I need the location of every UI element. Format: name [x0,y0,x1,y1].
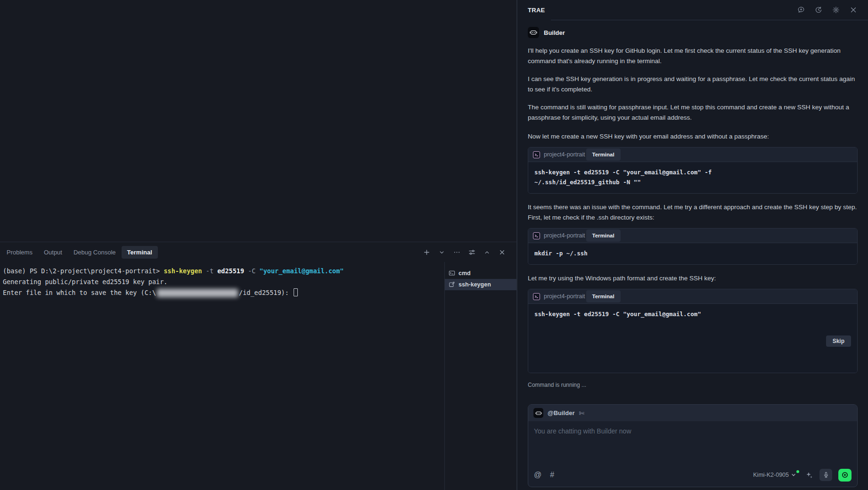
spacer [528,388,858,404]
tab-debug-console[interactable]: Debug Console [68,246,122,259]
history-icon[interactable] [814,6,823,14]
input-placeholder: You are chatting with Builder now [534,427,631,435]
card-terminal-badge: Terminal [586,290,621,302]
redacted-path [157,289,238,297]
input-actions: Kimi-K2-0905 [753,469,852,482]
process-label: ssh-keygen [459,281,491,288]
chat-input-header: @Builder ✄ [528,405,857,421]
skip-row: Skip [534,335,851,347]
terminal-toolbar [422,248,514,256]
terminal-command-card: project4-portrait Terminal mkdir -p ~/.s… [528,228,858,265]
builder-robot-icon [528,27,539,38]
assistant-header: Builder [528,27,858,38]
panel-title: TRAE [528,7,545,14]
assistant-message: Let me try using the Windows path format… [528,273,858,284]
microphone-icon [823,472,829,478]
card-project-label: project4-portrait [544,151,585,158]
terminal-body: (base) PS D:\2-project\project4-portrait… [0,262,516,490]
card-command-text: ssh-keygen -t ed25519 -C "your_email@gma… [528,304,857,373]
assistant-message: I can see the SSH key generation is in p… [528,74,858,95]
card-command-text: ssh-keygen -t ed25519 -C "your_email@gma… [528,162,857,193]
terminal-cursor [294,288,298,296]
card-terminal-badge: Terminal [586,148,621,161]
model-selector[interactable]: Kimi-K2-0905 [753,472,799,478]
more-actions-icon[interactable] [452,248,461,256]
process-row-cmd[interactable]: cmd [445,268,516,279]
command-text: ssh-keygen -t ed25519 -C "your_email@gma… [534,310,701,318]
card-header: project4-portrait Terminal [528,229,857,243]
terminal-command: ssh-keygen [164,267,202,275]
card-header: project4-portrait Terminal [528,289,857,304]
model-name: Kimi-K2-0905 [753,472,789,478]
chat-text-area[interactable]: You are chatting with Builder now [528,421,857,466]
assistant-message: I'll help you create an SSH key for GitH… [528,46,858,66]
model-status-dot [796,470,799,473]
terminal-icon [533,232,540,239]
card-project-label: project4-portrait [544,232,585,239]
card-command-text: mkdir -p ~/.ssh [528,243,857,264]
maximize-panel-icon[interactable] [483,248,491,256]
tab-output[interactable]: Output [38,246,68,259]
chevron-down-icon [791,473,796,477]
send-stop-button[interactable] [838,469,852,482]
terminal-output[interactable]: (base) PS D:\2-project\project4-portrait… [0,262,444,490]
terminal-line: Enter file in which to save the key (C:\ [3,289,156,296]
trae-ide-window: Problems Output Debug Console Terminal [0,0,868,490]
terminal-flag: -t [202,267,218,275]
terminal-icon [533,151,540,158]
terminal-command-card: project4-portrait Terminal ssh-keygen -t… [528,289,858,373]
settings-gear-icon[interactable] [832,6,840,14]
assistant-message: Now let me create a new SSH key with you… [528,131,858,142]
chat-header: TRAE [528,0,858,20]
skip-button[interactable]: Skip [826,335,851,347]
terminal-line: Generating public/private ed25519 key pa… [3,278,168,286]
ssh-keygen-task-icon [449,281,455,288]
tab-terminal[interactable]: Terminal [122,246,158,259]
assistant-message: The command is still waiting for passphr… [528,102,858,123]
enhance-sparkle-icon[interactable] [805,471,813,479]
builder-robot-icon [533,408,543,418]
card-terminal-badge: Terminal [586,229,621,242]
assistant-message: It seems there was an issue with the com… [528,202,858,223]
chat-header-icons [797,6,858,14]
chat-input-footer: @ # Kimi-K2-0905 [528,466,857,487]
process-label: cmd [459,270,471,277]
card-project-label: project4-portrait [544,293,585,300]
terminal-process-list: cmd ssh-keygen [445,262,516,490]
terminal-panel: Problems Output Debug Console Terminal [0,242,516,490]
terminal-profile-chevron-icon[interactable] [437,248,446,256]
terminal-command-card: project4-portrait Terminal ssh-keygen -t… [528,147,858,194]
card-header: project4-portrait Terminal [528,147,857,162]
terminal-flag: -C [244,267,260,275]
close-panel-icon[interactable] [498,248,506,256]
scissors-icon[interactable]: ✄ [579,409,584,417]
process-row-ssh-keygen[interactable]: ssh-keygen [445,279,516,290]
chat-input-box: @Builder ✄ You are chatting with Builder… [528,404,858,487]
microphone-button[interactable] [819,469,832,481]
terminal-tune-icon[interactable] [467,248,476,256]
new-terminal-icon[interactable] [422,248,431,256]
context-hash-icon[interactable]: # [550,471,554,479]
assistant-name: Builder [544,29,565,36]
cmd-icon [449,270,455,277]
editor-area[interactable] [0,0,516,242]
mention-at-icon[interactable]: @ [534,471,541,479]
command-running-status: Command is running ... [528,382,858,388]
terminal-string: "your_email@gmail.com" [260,267,344,275]
header-divider [551,20,868,20]
terminal-icon [533,293,540,300]
panel-tab-bar: Problems Output Debug Console Terminal [0,242,516,262]
builder-mention[interactable]: @Builder [548,409,574,416]
close-panel-icon[interactable] [849,6,858,14]
record-circle-icon [841,471,849,479]
terminal-arg: ed25519 [217,267,244,275]
tab-problems[interactable]: Problems [1,246,38,259]
terminal-prompt: (base) PS D:\2-project\project4-portrait… [3,267,164,275]
terminal-line: /id_ed25519): [239,289,293,296]
trae-chat-panel: TRAE Builder I' [516,0,868,490]
new-chat-icon[interactable] [797,6,805,14]
